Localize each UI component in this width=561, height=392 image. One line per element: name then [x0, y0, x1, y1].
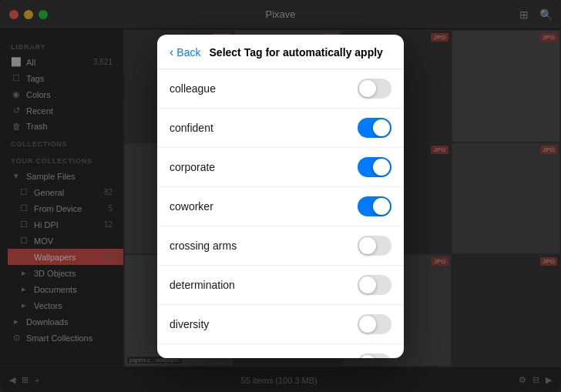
tag-toggle[interactable]: [358, 275, 391, 295]
toggle-knob: [359, 80, 376, 97]
toggle-knob: [359, 276, 376, 293]
toggle-knob: [359, 237, 376, 254]
tag-toggle[interactable]: [358, 118, 391, 138]
modal-title: Select Tag for automatically apply: [200, 46, 391, 59]
tag-name-label: confident: [170, 122, 213, 134]
toggle-knob: [359, 355, 376, 358]
modal-overlay: ‹ Back Select Tag for automatically appl…: [0, 0, 561, 392]
tag-toggle[interactable]: [358, 236, 391, 256]
tag-name-label: corporate: [170, 161, 215, 173]
toggle-knob: [373, 159, 390, 176]
tag-name-label: determination: [170, 279, 235, 291]
app-window: Pixave ⊞ 🔍 LIBRARY ⬜ All 3,621 ☐ Tags ◉ …: [0, 0, 561, 392]
toggle-knob: [359, 316, 376, 333]
tag-toggle[interactable]: [358, 79, 391, 99]
modal-header: ‹ Back Select Tag for automatically appl…: [157, 35, 404, 69]
tag-toggle[interactable]: [358, 314, 391, 334]
tag-list-item[interactable]: executive: [157, 344, 404, 358]
tag-list-item[interactable]: corporate: [157, 148, 404, 187]
back-chevron-icon: ‹: [170, 45, 173, 59]
tag-toggle[interactable]: [358, 353, 391, 358]
tag-list: colleagueconfidentcorporatecoworkercross…: [157, 69, 404, 358]
tag-selection-modal: ‹ Back Select Tag for automatically appl…: [157, 35, 404, 358]
toggle-knob: [373, 119, 390, 136]
tag-list-item[interactable]: diversity: [157, 305, 404, 344]
tag-toggle[interactable]: [358, 157, 391, 177]
back-label: Back: [176, 46, 200, 59]
tag-name-label: crossing arms: [170, 240, 237, 252]
tag-list-item[interactable]: coworker: [157, 187, 404, 226]
tag-name-label: coworker: [170, 200, 213, 213]
back-button[interactable]: ‹ Back: [170, 45, 200, 59]
tag-name-label: executive: [170, 357, 215, 358]
tag-name-label: colleague: [170, 82, 216, 95]
tag-list-item[interactable]: crossing arms: [157, 226, 404, 266]
tag-list-item[interactable]: confident: [157, 109, 404, 148]
tag-list-item[interactable]: colleague: [157, 69, 404, 109]
tag-toggle[interactable]: [358, 196, 391, 216]
tag-name-label: diversity: [170, 318, 209, 330]
toggle-knob: [373, 198, 390, 215]
tag-list-item[interactable]: determination: [157, 266, 404, 305]
